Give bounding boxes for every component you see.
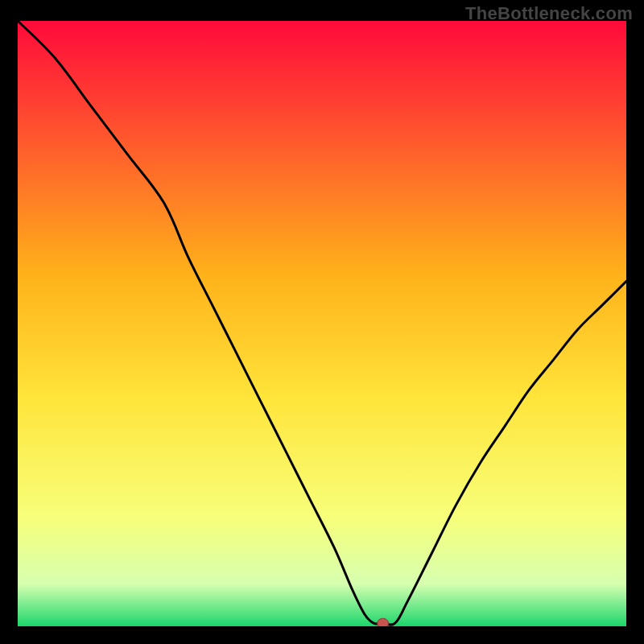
chart-frame: TheBottleneck.com xyxy=(0,0,644,644)
plot-area xyxy=(18,21,626,626)
optimal-marker xyxy=(378,618,389,626)
gradient-background xyxy=(18,21,626,626)
chart-svg xyxy=(18,21,626,626)
